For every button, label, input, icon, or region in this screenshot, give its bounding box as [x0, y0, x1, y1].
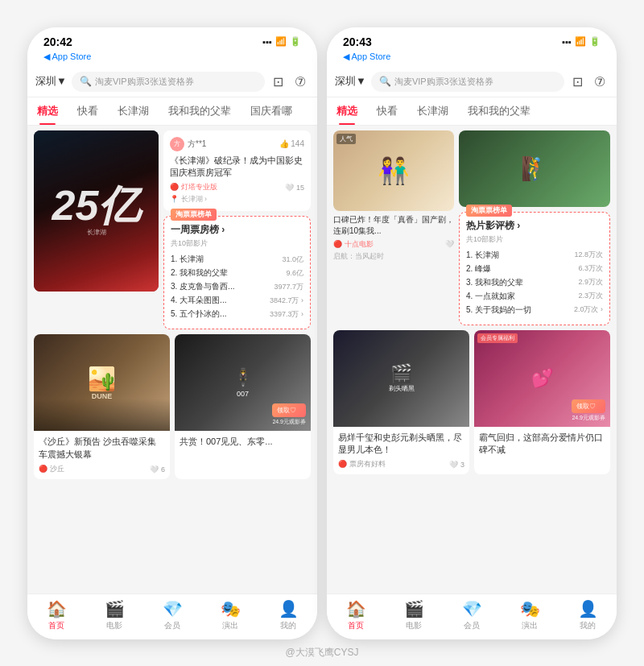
left-vip-icon: 💎	[163, 599, 183, 618]
right-status-bar: 20:43 ▪▪▪ 📶 🔋	[327, 27, 617, 52]
left-platform-tag: 🔴 灯塔专业版	[170, 182, 217, 192]
left-likes-icon: 🤍 15	[285, 184, 304, 192]
left-search-icon: 🔍	[80, 76, 92, 87]
right-show-icon: 🎭	[520, 599, 540, 618]
right-tab-changjinhu[interactable]: 长津湖	[407, 97, 458, 125]
left-007-text: 共赏！007见见、东零...	[175, 431, 311, 456]
right-chart-item-5: 5. 关于我妈的一切 2.0万次 ›	[466, 304, 603, 316]
left-dune-card[interactable]: 🏜️ DUNE 《沙丘》新预告 沙虫吞噬采集车震撼大银幕 🔴 沙丘 🤍 6	[34, 334, 170, 479]
right-bottom-nav: 🏠 首页 🎬 电影 💎 会员 🎭 演出 👤 我的	[327, 594, 617, 639]
right-nav-home[interactable]: 🏠 首页	[327, 599, 385, 631]
left-time: 20:42	[43, 35, 72, 48]
right-movie-icon: 🎬	[404, 599, 424, 618]
left-news-header: 方 方**1 👍 144	[170, 137, 304, 151]
right-chart-tag: 淘票票榜单	[466, 205, 512, 217]
right-romance-card[interactable]: 💕 领取♡ 24.9元观影券 会员专属福利 霸气回归，这部高分爱情片仍口碑不减	[474, 330, 610, 475]
right-people-badge: 人气	[336, 134, 356, 144]
left-home-icon: 🏠	[47, 599, 67, 618]
right-article-likes: 🤍	[445, 240, 454, 248]
right-tabs: 精选 快看 长津湖 我和我的父辈	[327, 97, 617, 126]
right-chart-item-4: 4. 一点就如家 2.3万次	[466, 291, 603, 302]
right-movie-label: 电影	[406, 620, 422, 631]
left-nav-vip[interactable]: 💎 会员	[143, 599, 201, 631]
left-tab-changjinhu[interactable]: 长津湖	[108, 97, 159, 125]
right-scan-icon[interactable]: ⊡	[569, 74, 586, 89]
right-nav-vip[interactable]: 💎 会员	[443, 599, 501, 631]
left-tab-guoqing[interactable]: 国庆看哪	[241, 97, 302, 125]
right-people-poster[interactable]: 👫 人气	[333, 130, 454, 211]
right-nav-show[interactable]: 🎭 演出	[501, 599, 559, 631]
left-location-btn[interactable]: 深圳▼	[35, 74, 67, 89]
right-back-link[interactable]: ◀ App Store	[343, 52, 390, 62]
right-nav-movie[interactable]: 🎬 电影	[385, 599, 443, 631]
left-back-link[interactable]: ◀ App Store	[43, 52, 91, 62]
left-bottom-nav: 🏠 首页 🎬 电影 💎 会员 🎭 演出 👤 我的	[27, 594, 317, 639]
right-search-input[interactable]: 🔍 淘麦VIP购票3张送资格券	[371, 72, 564, 92]
battery-icon: 🔋	[290, 36, 301, 47]
right-vip-label: 会员	[464, 620, 480, 631]
left-big-number: 25亿	[52, 184, 141, 226]
left-dune-likes: 🤍 6	[150, 465, 165, 474]
right-actors-text: 易烊千玺和史彭元剃头晒黑，尽显男儿本色！ 🔴 票房有好料 🤍 3	[333, 427, 469, 475]
left-chart-item-3: 3. 皮克鲁与鲁西... 3977.7万	[171, 281, 303, 292]
right-search-icon: 🔍	[379, 76, 391, 87]
right-nav-mine[interactable]: 👤 我的	[559, 599, 617, 631]
left-status-icons: ▪▪▪ 📶 🔋	[262, 36, 301, 47]
left-chart-item-5: 5. 五个扑冰的... 3397.3万 ›	[171, 308, 303, 320]
left-show-icon: 🎭	[221, 599, 241, 618]
right-member-tag: 会员专属福利	[477, 333, 518, 343]
right-tab-jingxuan[interactable]: 精选	[327, 97, 367, 125]
left-tab-kuaikan[interactable]: 快看	[68, 97, 108, 125]
right-signal-icon: ▪▪▪	[562, 37, 572, 47]
left-avatar: 方	[170, 137, 184, 151]
left-news-card: 方 方**1 👍 144 《长津湖》破纪录！成为中国影史国庆档票房冠军 🔴 灯塔…	[163, 130, 311, 212]
right-time: 20:43	[343, 35, 372, 48]
right-forest-poster[interactable]: 🧗	[459, 130, 610, 207]
left-nav-show[interactable]: 🎭 演出	[201, 599, 259, 631]
wifi-icon: 📶	[275, 36, 287, 47]
right-article-meta: 🔴 十点电影 🤍	[333, 239, 454, 250]
right-msg-icon[interactable]: ⑦	[591, 74, 609, 89]
right-romance-badge: 领取♡ 24.9元观影券	[572, 399, 605, 422]
right-show-label: 演出	[522, 620, 538, 631]
right-author-tag: 🔴 十点电影	[333, 239, 374, 250]
left-big-movie-card[interactable]: 25亿 长津湖 25亿	[34, 130, 159, 292]
right-article-title: 口碑已炸！年度「真香」国产剧，连刷10集我...	[333, 214, 454, 237]
right-vip-icon: 💎	[462, 599, 482, 618]
left-nav-mine[interactable]: 👤 我的	[259, 599, 317, 631]
left-chart-box: 淘票票榜单 一周票房榜 › 共10部影片 1. 长津湖 31.0亿 2. 我和我…	[163, 216, 311, 329]
left-location-tag: 📍 长津湖 ›	[170, 194, 304, 205]
left-phone: 20:42 ▪▪▪ 📶 🔋 ◀ App Store 深圳▼ 🔍 淘麦VIP购票	[27, 27, 317, 639]
right-mine-label: 我的	[580, 620, 596, 631]
left-scan-icon[interactable]: ⊡	[270, 74, 287, 89]
right-search-placeholder: 淘麦VIP购票3张送资格券	[394, 76, 493, 88]
left-tabs: 精选 快看 长津湖 我和我的父辈 国庆看哪	[27, 97, 317, 126]
right-home-label: 首页	[348, 620, 364, 631]
left-nav-movie[interactable]: 🎬 电影	[85, 599, 143, 631]
right-mine-icon: 👤	[578, 599, 598, 618]
left-chart-tag: 淘票票榜单	[171, 209, 217, 221]
right-chart-item-2: 2. 峰爆 6.3万次	[466, 263, 603, 275]
left-tab-jingxuan[interactable]: 精选	[27, 97, 68, 125]
left-007-card[interactable]: 🕴️ 007 领取♡ 24.9元观影券 共赏！007见见、东	[175, 334, 311, 479]
left-nav-home[interactable]: 🏠 首页	[27, 599, 85, 631]
left-chart-subtitle: 共10部影片	[171, 238, 303, 249]
watermark: @大漠飞鹰CYSJ	[286, 646, 359, 660]
left-chart-item-4: 4. 大耳朵图图... 3842.7万 ›	[171, 295, 303, 306]
right-chart-box: 淘票票榜单 热片影评榜 › 共10部影片 1. 长津湖 12.8万次 2. 峰爆	[459, 212, 610, 325]
left-msg-icon[interactable]: ⑦	[291, 74, 309, 89]
right-actors-card[interactable]: 🎬 剃头晒黑 易烊千玺和史彭元剃头晒黑，尽显男儿本色！ 🔴 票房有好料 🤍 3	[333, 330, 469, 475]
left-vip-label: 会员	[164, 620, 180, 631]
left-007-badge: 领取♡ 24.9元观影券	[272, 403, 306, 426]
right-chart-item-3: 3. 我和我的父辈 2.9万次	[466, 277, 603, 288]
left-bottom-row: 🏜️ DUNE 《沙丘》新预告 沙虫吞噬采集车震撼大银幕 🔴 沙丘 🤍 6	[27, 334, 317, 484]
left-chart-item-2: 2. 我和我的父辈 9.6亿	[171, 267, 303, 279]
left-news-text: 《长津湖》破纪录！成为中国影史国庆档票房冠军	[170, 155, 304, 180]
left-tab-wojia[interactable]: 我和我的父辈	[159, 97, 241, 125]
right-tab-wojia[interactable]: 我和我的父辈	[458, 97, 540, 125]
left-location-text: 深圳▼	[35, 74, 67, 89]
left-search-input[interactable]: 🔍 淘麦VIP购票3张送资格券	[72, 72, 265, 92]
right-location-btn[interactable]: 深圳▼	[335, 74, 366, 89]
right-main-content: 👫 人气 口碑已炸！年度「真香」国产剧，连刷10集我... 🔴 十点电影 🤍 启…	[327, 126, 617, 594]
right-tab-kuaikan[interactable]: 快看	[367, 97, 407, 125]
